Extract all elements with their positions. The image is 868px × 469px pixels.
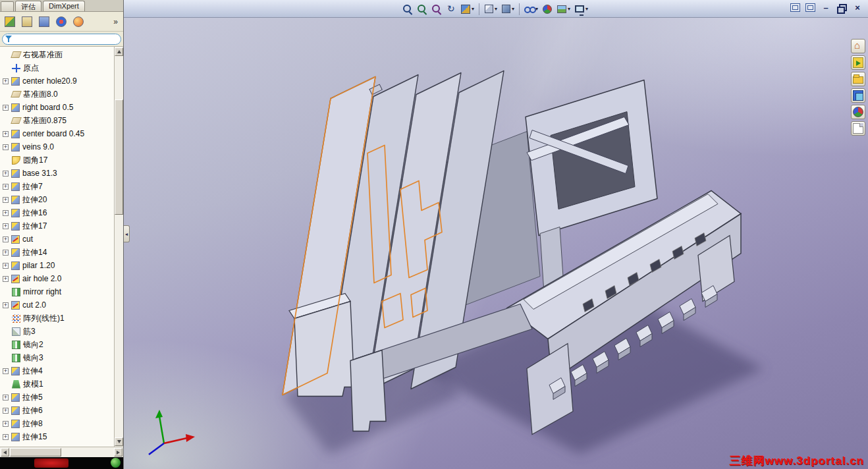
tree-item[interactable]: +拉伸5 <box>0 391 113 404</box>
tree-item[interactable]: +cut <box>0 233 113 246</box>
tree-item[interactable]: 基准面8.0 <box>0 88 113 101</box>
scroll-thumb[interactable] <box>115 99 123 215</box>
close-button[interactable]: × <box>852 3 863 13</box>
expand-icon[interactable]: + <box>3 250 9 256</box>
tree-item[interactable]: 筋3 <box>0 325 113 338</box>
tree-item[interactable]: 原点 <box>0 61 113 74</box>
expand-icon[interactable]: + <box>3 197 9 203</box>
scroll-up-button[interactable] <box>115 47 123 56</box>
hide-show-items-button[interactable]: ▾ <box>522 2 540 16</box>
tab-dimxpert[interactable]: DimXpert <box>43 1 85 11</box>
view-settings-button[interactable]: ▾ <box>572 2 590 16</box>
displays-button[interactable] <box>851 88 865 103</box>
tree-item[interactable]: 镜向3 <box>0 351 113 364</box>
expand-icon[interactable]: + <box>3 276 9 282</box>
expand-icon[interactable]: + <box>3 184 9 190</box>
dropdown-caret-icon[interactable]: ▾ <box>585 6 588 12</box>
tree-item[interactable]: +拉伸20 <box>0 193 113 206</box>
expand-icon[interactable]: + <box>3 395 9 400</box>
dropdown-caret-icon[interactable]: ▾ <box>495 6 497 12</box>
expand-icon[interactable]: + <box>3 105 9 111</box>
dimxpertmanager-tab-button[interactable] <box>53 14 70 30</box>
tree-item[interactable]: +veins 9.0 <box>0 140 113 153</box>
tab-evaluate[interactable]: 评估 <box>15 1 41 11</box>
taskbar-green-icon[interactable] <box>111 458 121 468</box>
panel-collapse-handle[interactable]: ◄ <box>124 225 130 242</box>
edit-appearance-button[interactable] <box>540 2 555 16</box>
tree-item[interactable]: 镜向2 <box>0 338 113 351</box>
tree-item[interactable]: +cut 2.0 <box>0 298 113 312</box>
section-view-button[interactable]: ▾ <box>458 2 476 16</box>
tree-item[interactable]: +拉伸17 <box>0 219 113 233</box>
graphics-viewport[interactable]: 三维网www.3dportal.cn ◄ <box>124 18 868 469</box>
web-button[interactable] <box>851 105 865 119</box>
tree-item[interactable]: mirror right <box>0 285 113 298</box>
tree-item[interactable]: +center board 0.45 <box>0 127 113 140</box>
tree-item[interactable]: +center hole20.9 <box>0 74 113 88</box>
feature-tree: 右视基准面原点+center hole20.9基准面8.0+right boar… <box>0 46 123 447</box>
document-button[interactable] <box>851 121 865 136</box>
tree-item[interactable]: +拉伸4 <box>0 364 113 377</box>
expand-icon[interactable]: + <box>3 368 9 374</box>
expand-icon[interactable]: + <box>3 434 9 440</box>
expand-icon[interactable]: + <box>3 210 9 216</box>
expand-icon[interactable]: + <box>3 171 9 177</box>
tree-item[interactable]: 基准面0.875 <box>0 114 113 127</box>
scroll-down-button[interactable] <box>115 437 123 446</box>
hscroll-thumb[interactable] <box>10 448 61 456</box>
configurationmanager-tab-button[interactable] <box>36 14 53 30</box>
tree-item-label: 拉伸4 <box>22 366 43 377</box>
view-orientation-button[interactable]: ▾ <box>482 2 499 16</box>
tree-item[interactable]: +拉伸15 <box>0 430 113 443</box>
restore-button[interactable] <box>836 3 847 13</box>
tree-item[interactable]: 拔模1 <box>0 377 113 391</box>
expand-icon[interactable]: + <box>3 78 9 84</box>
tree-item[interactable]: 右视基准面 <box>0 48 113 61</box>
scroll-right-button[interactable] <box>114 448 122 456</box>
tab-stub[interactable] <box>1 1 14 11</box>
expand-icon[interactable]: + <box>3 263 9 269</box>
tree-item[interactable]: +拉伸14 <box>0 246 113 259</box>
expand-icon[interactable]: + <box>3 223 9 229</box>
displaymanager-tab-button[interactable] <box>70 14 87 30</box>
tree-item[interactable]: +拉伸16 <box>0 206 113 219</box>
tree-filter-input[interactable] <box>2 34 121 45</box>
tree-item[interactable]: +pilar 1.20 <box>0 259 113 272</box>
open-folder-button[interactable] <box>851 72 865 86</box>
tree-item[interactable]: +right board 0.5 <box>0 101 113 114</box>
tree-item[interactable]: +拉伸8 <box>0 417 113 430</box>
whats-new-button[interactable] <box>851 55 865 70</box>
minimize-button[interactable]: – <box>821 3 831 13</box>
apply-scene-button[interactable]: ▾ <box>555 2 572 16</box>
expand-icon[interactable]: + <box>3 302 9 308</box>
featuremanager-tab-button[interactable] <box>1 14 18 30</box>
tree-item[interactable]: +拉伸7 <box>0 180 113 193</box>
tree-item[interactable]: 圆角17 <box>0 153 113 167</box>
dropdown-caret-icon[interactable]: ▾ <box>472 6 474 12</box>
popout-icon[interactable] <box>790 3 800 12</box>
expand-icon[interactable]: + <box>3 421 9 427</box>
home-button[interactable] <box>851 39 865 53</box>
pin-icon[interactable] <box>805 3 815 12</box>
zoom-to-area-button[interactable] <box>415 2 429 16</box>
rotate-view-button[interactable] <box>444 2 458 16</box>
propertymanager-tab-button[interactable] <box>18 14 36 30</box>
zoom-in-out-button[interactable] <box>429 2 444 16</box>
expand-icon[interactable]: + <box>3 408 9 414</box>
dropdown-caret-icon[interactable]: ▾ <box>568 6 570 12</box>
model-3d-part[interactable] <box>124 18 868 469</box>
zoom-to-fit-button[interactable] <box>400 2 415 16</box>
tree-item[interactable]: +air hole 2.0 <box>0 272 113 285</box>
tree-item[interactable]: +拉伸6 <box>0 404 113 417</box>
expand-icon[interactable]: + <box>3 144 9 150</box>
display-style-button[interactable]: ▾ <box>499 2 516 16</box>
overflow-chevron-icon[interactable]: » <box>109 17 122 26</box>
dropdown-caret-icon[interactable]: ▾ <box>512 6 514 12</box>
expand-icon[interactable]: + <box>3 236 9 242</box>
tree-vertical-scrollbar[interactable] <box>114 47 123 447</box>
scroll-left-button[interactable] <box>1 448 9 456</box>
tree-horizontal-scrollbar[interactable] <box>0 447 123 457</box>
expand-icon[interactable]: + <box>3 131 9 137</box>
tree-item[interactable]: +base 31.3 <box>0 167 113 180</box>
tree-item[interactable]: 阵列(线性)1 <box>0 312 113 325</box>
